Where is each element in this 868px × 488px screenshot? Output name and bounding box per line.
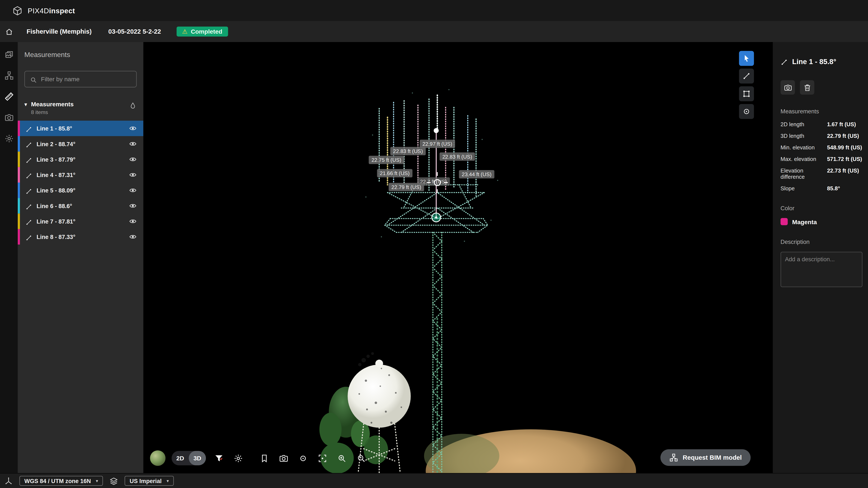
measurement-label: 21.66 ft (US): [377, 169, 412, 177]
filter-annotations-button[interactable]: [212, 452, 225, 465]
request-bim-button[interactable]: Request BIM model: [661, 449, 751, 466]
measurement-row-line6[interactable]: Line 6 - 88.6°: [18, 198, 144, 214]
group-label: Measurements: [31, 101, 125, 107]
measurement-label: 22.75 ft (US): [369, 156, 404, 164]
funnel-icon: [214, 454, 223, 463]
line-measure-icon: [26, 140, 32, 147]
polygon-tool-button[interactable]: [739, 86, 754, 101]
group-count: 8 items: [31, 109, 125, 115]
pix4d-logo-icon: [12, 5, 23, 16]
zoom-in-button[interactable]: [335, 452, 348, 465]
color-swatch[interactable]: [780, 218, 788, 225]
measurement-row-line2[interactable]: Line 2 - 88.74°: [18, 136, 144, 152]
point-tool-button[interactable]: [739, 104, 754, 119]
visibility-eye-icon[interactable]: [128, 201, 138, 211]
select-tool-button[interactable]: [739, 51, 754, 66]
breadcrumb-dataset[interactable]: 03-05-2022 5-2-22: [108, 28, 161, 35]
zoom-out-button[interactable]: [354, 452, 368, 465]
row-2d-length: 2D length1.67 ft (US): [780, 121, 862, 127]
home-button[interactable]: [0, 27, 18, 36]
row-elevation-difference: Elevation difference22.73 ft (US): [780, 168, 862, 180]
line-measure-icon: [26, 218, 32, 225]
viewer-settings-button[interactable]: [231, 452, 245, 465]
color-picker-row[interactable]: Magenta: [780, 218, 862, 225]
section-description: Description: [780, 238, 862, 245]
measurements-group-header[interactable]: ▾ Measurements 8 items: [18, 99, 144, 121]
line-measure-icon: [780, 58, 788, 65]
chevron-down-icon: ▾: [166, 478, 169, 483]
line-tool-button[interactable]: [739, 69, 754, 84]
filter-field[interactable]: [25, 71, 137, 87]
measurement-row-line7[interactable]: Line 7 - 87.81°: [18, 214, 144, 229]
status-badge-label: Completed: [191, 28, 222, 35]
status-bar: WGS 84 / UTM zone 16N ▾ US Imperial ▾: [0, 473, 868, 488]
line-measure-icon: [26, 125, 32, 132]
units-layers-icon: [110, 477, 118, 485]
rail-settings-button[interactable]: [2, 132, 16, 145]
panel-title: Measurements: [18, 42, 144, 71]
section-color: Color: [780, 205, 862, 211]
line-measure-icon: [26, 171, 32, 178]
point-cloud-scene[interactable]: [144, 42, 773, 473]
breadcrumb-bar: Fisherville (Memphis) 03-05-2022 5-2-22 …: [0, 21, 868, 42]
camera-icon: [279, 454, 288, 463]
gear-icon: [233, 454, 243, 463]
measurement-row-line1[interactable]: Line 1 - 85.8°: [18, 121, 144, 136]
capture-measurement-button[interactable]: [780, 80, 795, 95]
measurement-row-line4[interactable]: Line 4 - 87.31°: [18, 167, 144, 183]
bim-model-icon: [670, 453, 678, 462]
recenter-button[interactable]: [296, 452, 309, 465]
cursor-icon: [742, 54, 751, 63]
pix4d-inspect-app: PIX4Dinspect Fisherville (Memphis) 03-05…: [0, 0, 868, 488]
viewer-bottom-toolbar: 2D 3D: [150, 450, 368, 466]
details-panel: Line 1 - 85.8° Measurements 2D length1.6…: [773, 42, 868, 473]
visibility-eye-icon[interactable]: [128, 232, 138, 242]
color-name: Magenta: [792, 218, 817, 225]
2d-3d-toggle: 2D 3D: [172, 451, 206, 465]
fit-view-button[interactable]: [316, 452, 329, 465]
line-measure-icon: [26, 202, 32, 209]
measurement-row-line3[interactable]: Line 3 - 87.79°: [18, 152, 144, 167]
viewer-tool-column: [739, 51, 754, 119]
bookmark-view-button[interactable]: [257, 452, 271, 465]
collapse-caret-icon[interactable]: ▾: [25, 101, 27, 107]
delete-measurement-button[interactable]: [800, 80, 814, 95]
toggle-3d-button[interactable]: 3D: [189, 451, 206, 465]
description-input[interactable]: [780, 252, 862, 287]
rail-measurements-button[interactable]: [2, 90, 16, 103]
screenshot-view-button[interactable]: [277, 452, 290, 465]
measurements-list: Line 1 - 85.8° Line 2 - 88.74° Line 3 - …: [18, 121, 144, 473]
line-measure-icon: [26, 156, 32, 163]
point-marker-icon: [742, 107, 751, 116]
crs-dropdown[interactable]: WGS 84 / UTM zone 16N ▾: [19, 476, 103, 486]
rail-camera-button[interactable]: [2, 110, 16, 124]
status-badge: ⚠ Completed: [177, 27, 228, 36]
visibility-eye-icon[interactable]: [128, 154, 138, 164]
measurement-row-line8[interactable]: Line 8 - 87.33°: [18, 229, 144, 245]
basemap-thumbnail[interactable]: [150, 450, 165, 466]
visibility-eye-icon[interactable]: [128, 185, 138, 195]
row-slope: Slope85.8°: [780, 185, 862, 191]
polygon-icon: [742, 90, 751, 98]
measurement-row-line5[interactable]: Line 5 - 88.09°: [18, 183, 144, 198]
chevron-down-icon: ▾: [96, 478, 98, 483]
visibility-eye-icon[interactable]: [128, 124, 138, 133]
viewport-3d[interactable]: 22.97 ft (US) 22.83 ft (US) 22.83 ft (US…: [144, 42, 773, 473]
visibility-eye-icon[interactable]: [128, 170, 138, 180]
visibility-eye-icon[interactable]: [128, 139, 138, 149]
breadcrumb-project[interactable]: Fisherville (Memphis): [27, 28, 92, 35]
filter-input[interactable]: [41, 76, 131, 83]
units-dropdown[interactable]: US Imperial ▾: [125, 476, 174, 486]
rail-photos-button[interactable]: [2, 47, 16, 61]
toggle-2d-button[interactable]: 2D: [172, 451, 189, 465]
brand-name: PIX4Dinspect: [28, 6, 75, 15]
row-min-elevation: Min. elevation548.99 ft (US): [780, 144, 862, 151]
opacity-drop-icon[interactable]: [129, 102, 137, 109]
measurement-label: 23.44 ft (US): [459, 170, 494, 178]
section-measurements: Measurements: [780, 108, 862, 115]
measurement-label: 22.83 ft (US): [390, 147, 426, 155]
trash-icon: [803, 84, 811, 92]
visibility-eye-icon[interactable]: [128, 216, 138, 226]
left-icon-rail: [0, 42, 18, 473]
rail-model-button[interactable]: [2, 69, 16, 82]
